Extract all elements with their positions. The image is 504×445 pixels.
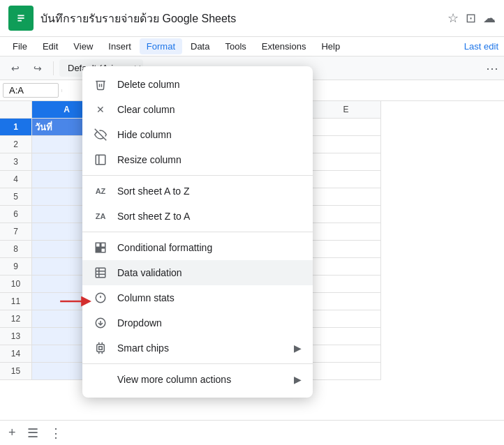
more-options-button[interactable]: ⋯ [486, 61, 498, 76]
row-header-4[interactable]: 4 [0, 171, 32, 188]
hide-column-label: Hide column [117, 129, 302, 140]
svg-rect-3 [17, 20, 22, 22]
smart-chips-icon [94, 341, 108, 355]
svg-rect-11 [96, 268, 105, 278]
delete-column-icon [94, 77, 108, 91]
row-header-2[interactable]: 2 [0, 136, 32, 153]
corner-cell [0, 101, 32, 119]
row-header-12[interactable]: 12 [0, 310, 32, 328]
cell-e7[interactable] [311, 223, 381, 241]
sort-az-icon: AZ [94, 184, 108, 198]
menu-format[interactable]: Format [140, 38, 182, 54]
row-header-10[interactable]: 10 [0, 276, 32, 293]
view-more-label: View more column actions [117, 374, 284, 385]
row-header-5[interactable]: 5 [0, 188, 32, 206]
row-header-15[interactable]: 15 [0, 363, 32, 380]
cell-e9[interactable] [311, 258, 381, 276]
more-sheets-button[interactable]: ⋮ [47, 423, 65, 444]
star-icon[interactable]: ☆ [447, 10, 459, 26]
row-header-9[interactable]: 9 [0, 258, 32, 276]
data-validation-label: Data validation [117, 267, 302, 278]
menu-item-data-validation[interactable]: Data validation [82, 260, 313, 285]
cell-e12[interactable] [311, 310, 381, 328]
row-header-8[interactable]: 8 [0, 241, 32, 258]
undo-button[interactable]: ↩ [6, 60, 25, 77]
menu-item-clear-column[interactable]: ✕ Clear column [82, 97, 313, 122]
photo-icon[interactable]: ⊡ [466, 10, 476, 26]
svg-rect-2 [17, 17, 24, 19]
menu-item-view-more[interactable]: View more column actions ▶ [82, 367, 313, 392]
menu-item-resize-column[interactable]: Resize column [82, 147, 313, 172]
menu-help[interactable]: Help [314, 38, 347, 54]
row-header-3[interactable]: 3 [0, 153, 32, 171]
bottom-bar: + ☰ ⋮ [0, 420, 504, 445]
cell-e10[interactable] [311, 276, 381, 293]
cell-e4[interactable] [311, 171, 381, 188]
col-header-e[interactable]: E [311, 101, 381, 119]
menu-item-smart-chips[interactable]: Smart chips ▶ [82, 335, 313, 361]
sort-za-icon: ZA [94, 209, 108, 223]
menu-separator-1 [82, 175, 313, 176]
menu-edit[interactable]: Edit [36, 38, 65, 54]
title-actions: ☆ ⊡ ☁ [447, 10, 496, 26]
dropdown-icon [94, 316, 108, 330]
resize-column-icon [94, 153, 108, 167]
view-more-icon [94, 372, 108, 386]
menu-item-delete-column[interactable]: Delete column [82, 72, 313, 97]
cell-e13[interactable] [311, 328, 381, 345]
cell-e8[interactable] [311, 241, 381, 258]
menu-item-column-stats[interactable]: Column stats [82, 285, 313, 310]
cell-e2[interactable] [311, 136, 381, 153]
svg-rect-10 [101, 248, 105, 252]
sort-za-label: Sort sheet Z to A [117, 211, 302, 222]
menu-file[interactable]: File [6, 38, 34, 54]
menu-separator-2 [82, 232, 313, 232]
cell-e14[interactable] [311, 345, 381, 363]
svg-rect-8 [101, 243, 105, 247]
svg-rect-5 [96, 155, 105, 165]
data-validation-icon [94, 266, 108, 280]
last-edit-link[interactable]: Last edit [464, 41, 498, 52]
menu-item-dropdown[interactable]: Dropdown [82, 310, 313, 335]
row-header-7[interactable]: 7 [0, 223, 32, 241]
menu-item-hide-column[interactable]: Hide column [82, 122, 313, 147]
sort-az-label: Sort sheet A to Z [117, 186, 302, 197]
hide-column-icon [94, 128, 108, 142]
conditional-formatting-label: Conditional formatting [117, 242, 302, 253]
resize-column-label: Resize column [117, 154, 302, 165]
menu-insert[interactable]: Insert [101, 38, 138, 54]
smart-chips-label: Smart chips [117, 342, 284, 354]
menu-data[interactable]: Data [184, 38, 216, 54]
arrow-pointer [57, 293, 92, 312]
menu-extensions[interactable]: Extensions [255, 38, 313, 54]
name-box[interactable]: A:A [3, 83, 59, 98]
row-header-13[interactable]: 13 [0, 328, 32, 345]
row-header-6[interactable]: 6 [0, 206, 32, 223]
cell-e6[interactable] [311, 206, 381, 223]
cell-e3[interactable] [311, 153, 381, 171]
cloud-icon[interactable]: ☁ [483, 10, 496, 26]
svg-rect-21 [99, 347, 103, 350]
menu-item-sort-za[interactable]: ZA Sort sheet Z to A [82, 204, 313, 229]
menu-item-sort-az[interactable]: AZ Sort sheet A to Z [82, 179, 313, 204]
clear-column-label: Clear column [117, 104, 302, 115]
cell-e1[interactable] [311, 119, 381, 136]
dropdown-label: Dropdown [117, 317, 302, 329]
menu-view[interactable]: View [66, 38, 100, 54]
svg-rect-20 [97, 345, 105, 352]
app-header: บันทึกรายรับรายจ่ายด้วย Google Sheets ☆ … [0, 0, 504, 37]
menu-item-conditional-formatting[interactable]: Conditional formatting [82, 235, 313, 260]
menu-tools[interactable]: Tools [218, 38, 253, 54]
conditional-formatting-icon [94, 241, 108, 255]
redo-button[interactable]: ↪ [28, 60, 47, 77]
row-header-14[interactable]: 14 [0, 345, 32, 363]
add-sheet-button[interactable]: + [6, 423, 19, 443]
cell-e11[interactable] [311, 293, 381, 310]
row-header-1[interactable]: 1 [0, 119, 32, 136]
menu-separator-3 [82, 363, 313, 364]
sheets-list-button[interactable]: ☰ [24, 423, 41, 444]
cell-e5[interactable] [311, 188, 381, 206]
row-header-11[interactable]: 11 [0, 293, 32, 310]
svg-rect-1 [17, 15, 24, 16]
cell-e15[interactable] [311, 363, 381, 380]
